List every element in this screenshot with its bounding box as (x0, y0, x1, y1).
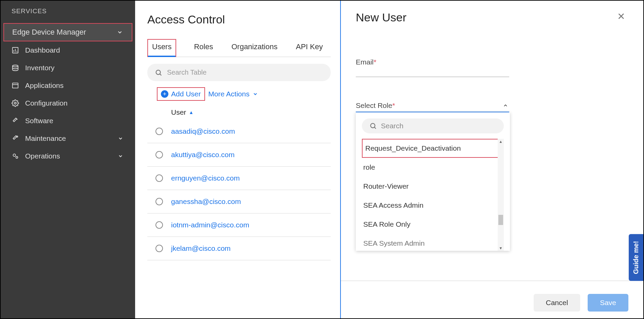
role-option[interactable]: SEA Role Only (362, 215, 504, 234)
email-field[interactable] (356, 68, 509, 77)
svg-point-9 (13, 154, 16, 156)
save-button[interactable]: Save (588, 294, 628, 312)
svg-point-13 (371, 124, 375, 128)
svg-point-7 (14, 102, 16, 104)
sidebar-item-applications[interactable]: Applications (1, 77, 135, 94)
tabs: Users Roles Organizations API Key (147, 39, 331, 57)
chevron-down-icon (117, 152, 124, 160)
table-row: ernguyen@cisco.com (147, 167, 331, 190)
sidebar: SERVICES Edge Device Manager Dashboard I… (1, 1, 135, 318)
table-row: akuttiya@cisco.com (147, 143, 331, 167)
sidebar-item-label: Maintenance (25, 134, 111, 143)
plus-icon: + (161, 90, 168, 98)
role-option[interactable]: role (362, 158, 504, 177)
sidebar-item-label: Applications (25, 81, 63, 90)
main-content: Access Control Users Roles Organizations… (135, 1, 341, 318)
chevron-down-icon (117, 135, 124, 142)
scroll-up-icon[interactable]: ▲ (498, 139, 504, 144)
role-option[interactable]: SEA System Admin (362, 234, 504, 251)
user-link[interactable]: aasadiq@cisco.com (171, 127, 235, 135)
sidebar-item-label: Software (25, 117, 53, 125)
sidebar-section-label: Edge Device Manager (12, 28, 86, 37)
search-input[interactable]: Search Table (147, 64, 331, 81)
search-icon (155, 69, 162, 76)
role-option[interactable]: Router-Viewer (362, 177, 504, 196)
svg-point-4 (13, 65, 18, 67)
add-user-button[interactable]: + Add User (157, 87, 205, 101)
scroll-down-icon[interactable]: ▼ (498, 246, 504, 250)
column-header-user[interactable]: User ▲ (147, 105, 331, 120)
svg-line-12 (160, 74, 162, 75)
sidebar-section-edm[interactable]: Edge Device Manager (3, 23, 132, 41)
page-title: Access Control (147, 13, 331, 26)
sidebar-item-inventory[interactable]: Inventory (1, 59, 135, 77)
add-user-label: Add User (171, 90, 201, 98)
row-radio[interactable] (155, 221, 163, 229)
applications-icon (12, 82, 19, 89)
scrollbar[interactable]: ▲ ▼ (498, 139, 504, 251)
dashboard-icon (12, 46, 19, 54)
table-row: iotnm-admin@cisco.com (147, 213, 331, 237)
email-label: Email* (356, 58, 509, 66)
maintenance-icon (12, 135, 19, 142)
scroll-thumb[interactable] (498, 215, 503, 225)
user-link[interactable]: akuttiya@cisco.com (171, 151, 235, 159)
sidebar-item-operations[interactable]: Operations (1, 147, 135, 165)
sidebar-item-configuration[interactable]: Configuration (1, 94, 135, 112)
more-actions-dropdown[interactable]: More Actions (208, 90, 259, 98)
user-link[interactable]: jkelam@cisco.com (171, 244, 231, 252)
close-icon[interactable]: ✕ (617, 11, 625, 22)
svg-rect-5 (13, 83, 18, 88)
chevron-up-icon (502, 102, 509, 109)
sidebar-item-dashboard[interactable]: Dashboard (1, 41, 135, 59)
new-user-panel: New User ✕ Email* Select Role* (341, 1, 643, 318)
chevron-down-icon (252, 90, 259, 98)
operations-icon (12, 152, 19, 160)
sidebar-item-label: Configuration (25, 99, 68, 107)
sidebar-item-label: Inventory (25, 64, 54, 72)
sort-asc-icon: ▲ (189, 110, 194, 115)
search-icon (369, 122, 377, 130)
cancel-button[interactable]: Cancel (534, 294, 580, 312)
more-actions-label: More Actions (208, 90, 250, 98)
svg-point-11 (156, 70, 161, 74)
table-row: ganessha@cisco.com (147, 190, 331, 213)
row-radio[interactable] (155, 245, 163, 252)
user-link[interactable]: ganessha@cisco.com (171, 198, 241, 206)
sidebar-item-maintenance[interactable]: Maintenance (1, 130, 135, 147)
row-radio[interactable] (155, 151, 163, 158)
user-link[interactable]: iotnm-admin@cisco.com (171, 221, 249, 229)
software-icon (12, 117, 19, 125)
dropdown-search-input[interactable]: Search (362, 118, 504, 133)
row-radio[interactable] (155, 174, 163, 182)
panel-title: New User (356, 11, 406, 24)
table-row: jkelam@cisco.com (147, 237, 331, 260)
tab-api-key[interactable]: API Key (295, 39, 323, 57)
role-select[interactable]: Select Role* (356, 101, 509, 112)
user-link[interactable]: ernguyen@cisco.com (171, 174, 240, 182)
search-placeholder: Search Table (167, 69, 206, 76)
role-option[interactable]: SEA Access Admin (362, 196, 504, 215)
tab-roles[interactable]: Roles (193, 39, 214, 57)
inventory-icon (12, 64, 19, 72)
tab-users[interactable]: Users (147, 39, 176, 57)
row-radio[interactable] (155, 198, 163, 205)
svg-point-10 (16, 156, 18, 158)
role-option[interactable]: Request_Device_Deactivation (362, 139, 504, 158)
tab-organizations[interactable]: Organizations (231, 39, 278, 57)
svg-line-14 (374, 127, 376, 129)
sidebar-item-software[interactable]: Software (1, 112, 135, 130)
chevron-down-icon (116, 29, 124, 36)
dropdown-search-placeholder: Search (381, 122, 404, 130)
divider (341, 281, 643, 281)
sidebar-item-label: Operations (25, 152, 111, 160)
configuration-icon (12, 99, 19, 107)
sidebar-item-label: Dashboard (25, 46, 60, 54)
sidebar-header: SERVICES (1, 7, 135, 23)
row-radio[interactable] (155, 128, 163, 135)
role-dropdown: Search Request_Device_Deactivation role … (356, 112, 510, 251)
guide-me-button[interactable]: Guide me! (629, 234, 643, 281)
table-row: aasadiq@cisco.com (147, 120, 331, 143)
